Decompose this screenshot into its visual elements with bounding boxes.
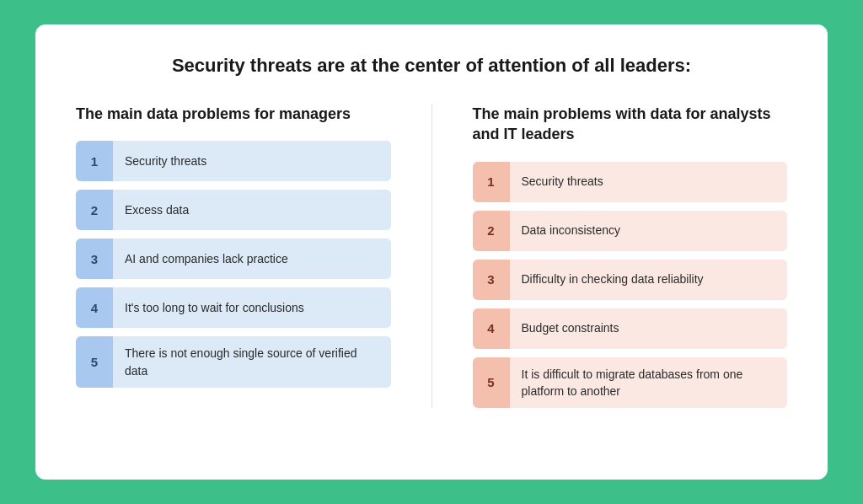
managers-item-number: 2 [76,190,113,230]
main-title: Security threats are at the center of at… [172,55,691,77]
column-divider [432,104,432,408]
analysts-item-number: 2 [473,211,510,251]
managers-list: 1 Security threats 2 Excess data 3 AI an… [76,141,391,388]
managers-list-item: 1 Security threats [76,141,391,181]
managers-list-item: 3 AI and companies lack practice [76,239,391,279]
analysts-list-item: 5 It is difficult to migrate databases f… [473,357,788,409]
managers-item-text: Security threats [113,141,391,181]
managers-item-number: 3 [76,239,113,279]
managers-item-text: It's too long to wait for conclusions [113,287,391,328]
analysts-list: 1 Security threats 2 Data inconsistency … [473,162,788,409]
analysts-list-item: 2 Data inconsistency [473,211,788,251]
main-card: Security threats are at the center of at… [35,24,828,480]
managers-column: The main data problems for managers 1 Se… [76,104,391,388]
analysts-item-text: Budget constraints [510,308,788,349]
analysts-item-text: Data inconsistency [510,211,788,251]
analysts-column-title: The main problems with data for analysts… [473,104,788,145]
analysts-column: The main problems with data for analysts… [473,104,788,408]
columns-container: The main data problems for managers 1 Se… [76,104,787,408]
analysts-list-item: 3 Difficulty in checking data reliabilit… [473,260,788,300]
managers-list-item: 5 There is not enough single source of v… [76,336,391,388]
managers-list-item: 2 Excess data [76,190,391,230]
analysts-item-number: 4 [473,308,510,349]
managers-item-number: 5 [76,336,113,388]
managers-column-title: The main data problems for managers [76,104,391,124]
managers-item-text: AI and companies lack practice [113,239,391,279]
analysts-item-number: 3 [473,260,510,300]
managers-item-number: 1 [76,141,113,181]
managers-item-number: 4 [76,287,113,328]
analysts-item-text: It is difficult to migrate databases fro… [510,357,788,409]
managers-item-text: Excess data [113,190,391,230]
analysts-item-number: 5 [473,357,510,409]
analysts-item-number: 1 [473,162,510,202]
analysts-item-text: Difficulty in checking data reliability [510,260,788,300]
managers-list-item: 4 It's too long to wait for conclusions [76,287,391,328]
analysts-list-item: 1 Security threats [473,162,788,202]
analysts-list-item: 4 Budget constraints [473,308,788,349]
analysts-item-text: Security threats [510,162,788,202]
managers-item-text: There is not enough single source of ver… [113,336,391,388]
